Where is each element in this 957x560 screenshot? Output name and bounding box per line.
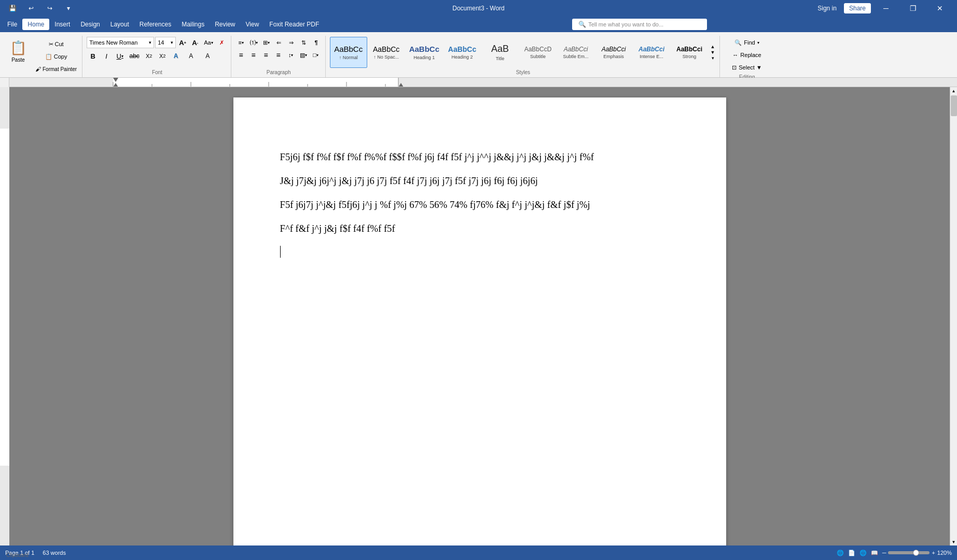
highlight-color-button[interactable]: A bbox=[183, 50, 199, 62]
view-web-icon[interactable]: 🌐 bbox=[859, 550, 867, 556]
vertical-ruler bbox=[0, 87, 9, 545]
menu-layout[interactable]: Layout bbox=[105, 19, 134, 30]
find-chevron-icon: ▾ bbox=[757, 40, 759, 45]
menu-insert[interactable]: Insert bbox=[49, 19, 75, 30]
style-emphasis[interactable]: AaBbCci Emphasis bbox=[595, 37, 632, 68]
zoom-slider-thumb[interactable] bbox=[913, 550, 919, 556]
style-subtle-emphasis[interactable]: AaBbCci Subtle Em... bbox=[557, 37, 594, 68]
style-intense-emphasis[interactable]: AaBbCci Intense E... bbox=[633, 37, 670, 68]
style-strong[interactable]: AaBbCci Strong bbox=[671, 37, 708, 68]
styles-scroll-up-icon: ▲ bbox=[711, 44, 715, 49]
view-read-icon[interactable]: 📖 bbox=[871, 550, 878, 556]
style-heading2[interactable]: AaBbCc Heading 2 bbox=[443, 37, 481, 68]
line-spacing-button[interactable]: ↕▾ bbox=[285, 49, 297, 61]
paragraph-group: ≡▾ ⑴▾ ⊞▾ ⇐ ⇒ ⇅ ¶ ≡ ≡ ≡ ≡ ↕▾ ▧▾ □▾ Paragr… bbox=[232, 36, 326, 77]
superscript-button[interactable]: X2 bbox=[156, 50, 169, 62]
style-heading1[interactable]: AaBbCc Heading 1 bbox=[406, 37, 443, 68]
view-print-icon[interactable]: 📄 bbox=[848, 550, 855, 556]
paste-button[interactable]: 📋 Paste bbox=[6, 37, 30, 66]
document-area: F5j6j f$f f%f f$f f%f f%%f f$$f f%f j6j … bbox=[0, 87, 957, 545]
underline-chevron-icon: ▾ bbox=[121, 54, 123, 59]
menu-review[interactable]: Review bbox=[210, 19, 240, 30]
zoom-in-button[interactable]: + bbox=[932, 550, 935, 556]
save-button[interactable]: 💾 bbox=[5, 1, 20, 16]
bold-button[interactable]: B bbox=[87, 50, 99, 62]
menu-view[interactable]: View bbox=[241, 19, 265, 30]
format-painter-icon: 🖌 bbox=[35, 66, 41, 72]
style-normal[interactable]: AaBbCc ↑ Normal bbox=[330, 37, 367, 68]
justify-button[interactable]: ≡ bbox=[273, 49, 284, 61]
menu-mailings[interactable]: Mailings bbox=[176, 19, 210, 30]
select-button[interactable]: ⊡ Select ▼ bbox=[730, 62, 764, 73]
styles-group-label: Styles bbox=[516, 69, 530, 75]
decrease-font-button[interactable]: A- bbox=[189, 37, 201, 48]
minimize-button[interactable]: ─ bbox=[874, 0, 898, 17]
sign-in-button[interactable]: Sign in bbox=[813, 3, 841, 13]
change-case-button[interactable]: Aa▾ bbox=[202, 37, 215, 48]
redo-button[interactable]: ↪ bbox=[43, 1, 57, 16]
increase-font-button[interactable]: A+ bbox=[177, 37, 188, 48]
center-button[interactable]: ≡ bbox=[248, 49, 259, 61]
align-left-button[interactable]: ≡ bbox=[235, 49, 247, 61]
font-group-label: Font bbox=[152, 69, 162, 75]
italic-button[interactable]: I bbox=[100, 50, 113, 62]
styles-scroll[interactable]: ▲ ▼ ▾ bbox=[709, 37, 716, 68]
share-button[interactable]: Share bbox=[844, 3, 871, 13]
title-bar: 💾 ↩ ↪ ▾ Document3 - Word Sign in Share ─… bbox=[0, 0, 957, 17]
multilevel-button[interactable]: ⊞▾ bbox=[261, 37, 272, 48]
menu-home[interactable]: Home bbox=[22, 19, 49, 30]
shading-button[interactable]: ▧▾ bbox=[298, 49, 309, 61]
paragraph-3: F5f j6j7j j^j&j f5fj6j j^j j %f j%j 67% … bbox=[280, 197, 679, 213]
page-content[interactable]: F5j6j f$f f%f f$f f%f f%%f f$$f f%f j6j … bbox=[280, 149, 679, 260]
style-no-spacing[interactable]: AaBbCc ↑ No Spac... bbox=[368, 37, 405, 68]
font-name-dropdown[interactable]: Times New Roman ▾ bbox=[87, 37, 154, 48]
font-color-button[interactable]: A bbox=[200, 50, 215, 62]
zoom-out-button[interactable]: ─ bbox=[882, 550, 886, 556]
ribbon: 📋 Paste ✂ Cut 📋 Copy 🖌 Format Painter Cl… bbox=[0, 32, 957, 78]
multilevel-chevron-icon: ▾ bbox=[268, 40, 270, 45]
find-button[interactable]: 🔍 Find ▾ bbox=[730, 37, 764, 48]
document-scroll-area[interactable]: F5j6j f$f f%f f$f f%f f%%f f$$f f%f j6j … bbox=[9, 87, 950, 545]
style-subtitle[interactable]: AaBbCcD Subtitle bbox=[519, 37, 557, 68]
ribbon-search-placeholder[interactable]: Tell me what you want to do... bbox=[588, 21, 663, 27]
copy-button[interactable]: 📋 Copy bbox=[33, 51, 79, 62]
restore-button[interactable]: ❐ bbox=[901, 0, 925, 17]
text-effects-button[interactable]: A bbox=[170, 50, 182, 62]
customize-qat-button[interactable]: ▾ bbox=[61, 1, 76, 16]
menu-foxit[interactable]: Foxit Reader PDF bbox=[264, 19, 324, 30]
search-icon: 🔍 bbox=[578, 21, 586, 28]
format-painter-button[interactable]: 🖌 Format Painter bbox=[33, 63, 79, 75]
clear-formatting-button[interactable]: ✗ bbox=[216, 37, 228, 48]
font-size-dropdown[interactable]: 14 ▾ bbox=[155, 37, 176, 48]
replace-button[interactable]: ↔ Replace bbox=[730, 49, 764, 61]
menu-references[interactable]: References bbox=[134, 19, 176, 30]
vertical-scrollbar[interactable]: ▲ ▼ bbox=[950, 87, 957, 545]
cut-button[interactable]: ✂ Cut bbox=[33, 38, 79, 50]
scroll-up-button[interactable]: ▲ bbox=[950, 87, 958, 94]
strikethrough-button[interactable]: abc bbox=[127, 50, 142, 62]
show-hide-button[interactable]: ¶ bbox=[311, 37, 322, 48]
change-case-chevron-icon: ▾ bbox=[211, 40, 213, 45]
underline-button[interactable]: U▾ bbox=[114, 50, 126, 62]
undo-button[interactable]: ↩ bbox=[24, 1, 38, 16]
style-title[interactable]: AaB Title bbox=[481, 37, 519, 68]
styles-expand-icon: ▾ bbox=[712, 55, 714, 61]
subscript-button[interactable]: X2 bbox=[143, 50, 155, 62]
numbering-button[interactable]: ⑴▾ bbox=[248, 37, 260, 48]
bullets-button[interactable]: ≡▾ bbox=[235, 37, 247, 48]
paragraph-group-label: Paragraph bbox=[267, 69, 291, 75]
menu-file[interactable]: File bbox=[2, 19, 22, 30]
paragraph-5[interactable] bbox=[280, 245, 679, 260]
scroll-thumb[interactable] bbox=[951, 95, 957, 116]
scroll-down-button[interactable]: ▼ bbox=[950, 538, 958, 545]
close-button[interactable]: ✕ bbox=[928, 0, 952, 17]
increase-indent-button[interactable]: ⇒ bbox=[286, 37, 297, 48]
menu-design[interactable]: Design bbox=[75, 19, 105, 30]
language-indicator: 🌐 bbox=[837, 550, 844, 556]
align-right-button[interactable]: ≡ bbox=[260, 49, 272, 61]
decrease-indent-button[interactable]: ⇐ bbox=[273, 37, 285, 48]
sort-button[interactable]: ⇅ bbox=[298, 37, 310, 48]
zoom-slider[interactable] bbox=[888, 551, 930, 554]
window-controls: Sign in Share ─ ❐ ✕ bbox=[813, 0, 952, 17]
borders-button[interactable]: □▾ bbox=[310, 49, 322, 61]
